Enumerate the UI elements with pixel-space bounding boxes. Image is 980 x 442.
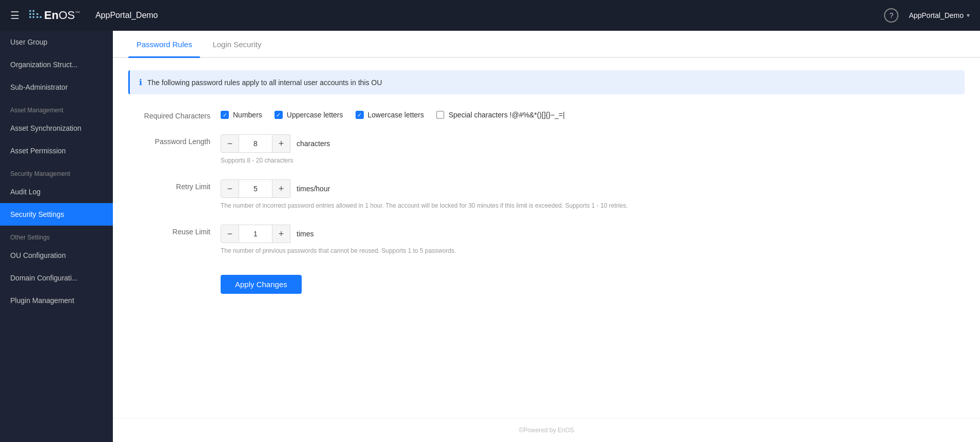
checkmark-icon: ✓ xyxy=(223,112,227,118)
required-characters-field: ✓ Numbers ✓ Uppercase letters xyxy=(221,109,965,119)
checkbox-special-box[interactable] xyxy=(436,111,444,119)
checkbox-uppercase-box[interactable]: ✓ xyxy=(275,111,283,119)
help-button[interactable]: ? xyxy=(884,8,898,23)
tab-login-security[interactable]: Login Security xyxy=(204,31,269,57)
logo: ⠿⠦ EnOS™ xyxy=(28,9,80,22)
sidebar-section-asset-management: Asset Management xyxy=(0,98,113,117)
checkbox-special-label: Special characters !@#%&*()[]{}−_=| xyxy=(448,111,564,119)
footer-text: ©Powered by EnOS xyxy=(519,427,574,434)
checkbox-uppercase[interactable]: ✓ Uppercase letters xyxy=(275,111,343,119)
required-characters-label: Required Characters xyxy=(128,109,221,120)
chevron-down-icon: ▾ xyxy=(967,12,970,19)
checkbox-numbers-label: Numbers xyxy=(233,111,262,119)
apply-changes-button[interactable]: Apply Changes xyxy=(221,275,302,294)
checkbox-numbers[interactable]: ✓ Numbers xyxy=(221,111,262,119)
user-name: AppPortal_Demo xyxy=(909,11,964,19)
password-length-increment[interactable]: + xyxy=(272,134,290,153)
retry-limit-input[interactable] xyxy=(239,179,272,198)
app-name: AppPortal_Demo xyxy=(95,11,158,20)
user-menu[interactable]: AppPortal_Demo ▾ xyxy=(909,11,970,19)
reuse-limit-stepper: − + times xyxy=(221,225,965,243)
sidebar: User Group Organization Struct... Sub-Ad… xyxy=(0,31,113,442)
retry-limit-field: − + times/hour The number of incorrect p… xyxy=(221,179,965,210)
sidebar-item-audit-log[interactable]: Audit Log xyxy=(0,180,113,203)
footer: ©Powered by EnOS xyxy=(113,418,980,442)
reuse-limit-increment[interactable]: + xyxy=(272,225,290,243)
password-length-decrement[interactable]: − xyxy=(221,134,239,153)
retry-limit-stepper: − + times/hour xyxy=(221,179,965,198)
main-layout: User Group Organization Struct... Sub-Ad… xyxy=(0,31,980,442)
sidebar-item-asset-permission[interactable]: Asset Permission xyxy=(0,139,113,162)
checkmark-icon: ✓ xyxy=(276,112,281,118)
checkbox-special[interactable]: Special characters !@#%&*()[]{}−_=| xyxy=(436,111,564,119)
retry-limit-row: Retry Limit − + times/hour The number of… xyxy=(128,179,965,210)
reuse-limit-hint: The number of previous passwords that ca… xyxy=(221,246,965,255)
sidebar-section-other-settings: Other Settings xyxy=(0,226,113,244)
logo-dots-icon: ⠿⠦ xyxy=(28,9,42,22)
tab-password-rules[interactable]: Password Rules xyxy=(128,31,200,57)
reuse-limit-input[interactable] xyxy=(239,225,272,243)
info-banner-text: The following password rules apply to al… xyxy=(147,78,382,87)
hamburger-menu[interactable]: ☰ xyxy=(10,9,19,22)
sidebar-item-user-group[interactable]: User Group xyxy=(0,31,113,53)
logo-text: EnOS™ xyxy=(44,9,80,22)
topnav-right: ? AppPortal_Demo ▾ xyxy=(884,8,970,23)
retry-limit-decrement[interactable]: − xyxy=(221,179,239,198)
logo-tm: ™ xyxy=(75,10,80,16)
info-icon: ℹ xyxy=(139,77,142,87)
info-banner: ℹ The following password rules apply to … xyxy=(128,70,965,94)
top-navigation: ☰ ⠿⠦ EnOS™ AppPortal_Demo ? AppPortal_De… xyxy=(0,0,980,31)
reuse-limit-field: − + times The number of previous passwor… xyxy=(221,225,965,255)
password-length-hint: Supports 8 - 20 characters xyxy=(221,156,965,165)
page-content: ℹ The following password rules apply to … xyxy=(113,58,980,418)
reuse-limit-row: Reuse Limit − + times The number of prev… xyxy=(128,225,965,255)
password-length-row: Password Length − + characters Supports … xyxy=(128,134,965,165)
sidebar-section-security-management: Security Management xyxy=(0,162,113,180)
sidebar-item-sub-administrator[interactable]: Sub-Administrator xyxy=(0,76,113,98)
password-length-field: − + characters Supports 8 - 20 character… xyxy=(221,134,965,165)
tabs-bar: Password Rules Login Security xyxy=(113,31,980,58)
password-length-unit: characters xyxy=(297,139,330,148)
checkmark-icon: ✓ xyxy=(357,112,362,118)
sidebar-item-security-settings[interactable]: Security Settings xyxy=(0,203,113,226)
content-area: Password Rules Login Security ℹ The foll… xyxy=(113,31,980,442)
reuse-limit-decrement[interactable]: − xyxy=(221,225,239,243)
checkbox-group: ✓ Numbers ✓ Uppercase letters xyxy=(221,109,965,119)
checkbox-lowercase-box[interactable]: ✓ xyxy=(356,111,364,119)
reuse-limit-label: Reuse Limit xyxy=(128,225,221,236)
retry-limit-hint: The number of incorrect password entries… xyxy=(221,201,965,210)
apply-button-container: Apply Changes xyxy=(221,270,965,294)
required-characters-row: Required Characters ✓ Numbers xyxy=(128,109,965,120)
sidebar-item-ou-configuration[interactable]: OU Configuration xyxy=(0,244,113,267)
sidebar-item-domain-configuration[interactable]: Domain Configurati... xyxy=(0,267,113,289)
reuse-limit-unit: times xyxy=(297,230,313,238)
checkbox-lowercase-label: Lowercase letters xyxy=(368,111,424,119)
sidebar-item-asset-synchronization[interactable]: Asset Synchronization xyxy=(0,117,113,139)
checkbox-numbers-box[interactable]: ✓ xyxy=(221,111,229,119)
retry-limit-label: Retry Limit xyxy=(128,179,221,191)
checkbox-uppercase-label: Uppercase letters xyxy=(287,111,343,119)
password-length-input[interactable] xyxy=(239,134,272,153)
password-length-stepper: − + characters xyxy=(221,134,965,153)
sidebar-item-plugin-management[interactable]: Plugin Management xyxy=(0,289,113,312)
password-length-label: Password Length xyxy=(128,134,221,146)
retry-limit-increment[interactable]: + xyxy=(272,179,290,198)
checkbox-lowercase[interactable]: ✓ Lowercase letters xyxy=(356,111,424,119)
retry-limit-unit: times/hour xyxy=(297,185,330,193)
sidebar-item-organization-struct[interactable]: Organization Struct... xyxy=(0,53,113,76)
